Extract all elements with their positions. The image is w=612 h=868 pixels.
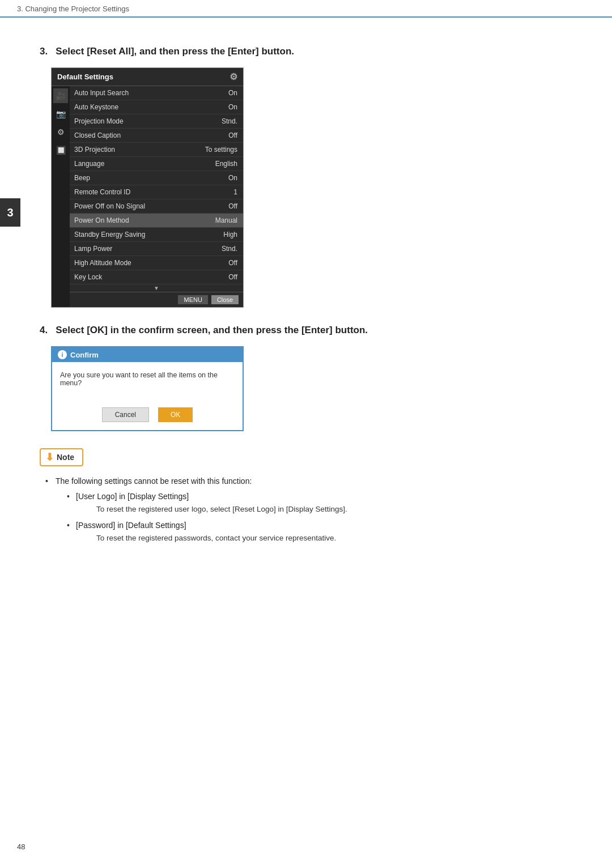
ok-button[interactable]: OK	[158, 407, 193, 422]
bullet-main-text: The following settings cannot be reset w…	[56, 476, 252, 486]
bullet-section: The following settings cannot be reset w…	[45, 475, 578, 544]
confirm-title-bar: i Confirm	[52, 347, 243, 362]
menu-icon-1: 🎥	[53, 88, 68, 103]
step3-heading: 3. Select [Reset All], and then press th…	[40, 46, 578, 57]
table-row: Beep On	[70, 171, 243, 185]
menu-icon-4: 🔲	[53, 143, 68, 158]
confirm-buttons: Cancel OK	[52, 407, 243, 430]
note-icon: ⬇	[45, 451, 54, 463]
table-row: Auto Input Search On	[70, 86, 243, 100]
bullet-sub-list: [User Logo] in [Display Settings] To res…	[67, 491, 578, 544]
confirm-body-text: Are you sure you want to reset all the i…	[60, 371, 218, 387]
page-number: 48	[17, 843, 25, 851]
scroll-indicator: ▼	[70, 284, 243, 292]
list-item: The following settings cannot be reset w…	[45, 475, 578, 544]
menu-inner: 🎥 📷 ⚙ 🔲 Auto Input Search On Auto Keysto…	[52, 86, 243, 307]
menu-footer: MENU Close	[70, 292, 243, 307]
confirm-dialog: i Confirm Are you sure you want to reset…	[51, 346, 244, 431]
table-row: Standby Energy Saving High	[70, 228, 243, 242]
note-text: Note	[57, 453, 74, 462]
table-row: Auto Keystone On	[70, 100, 243, 114]
table-row: Remote Control ID 1	[70, 185, 243, 199]
cancel-button[interactable]: Cancel	[102, 407, 149, 422]
table-row: High Altitude Mode Off	[70, 256, 243, 270]
table-row: Power Off on No Signal Off	[70, 199, 243, 214]
menu-title: Default Settings	[57, 73, 113, 81]
table-row: Key Lock Off	[70, 270, 243, 284]
close-button[interactable]: Close	[211, 295, 239, 304]
confirm-title: Confirm	[70, 351, 99, 359]
sub-item-2-text: [Password] in [Default Settings]	[76, 521, 186, 530]
info-icon: i	[58, 350, 67, 359]
step4-number: 4.	[40, 325, 48, 335]
sub-note-1: To reset the registered user logo, selec…	[96, 504, 578, 515]
table-row: Lamp Power Stnd.	[70, 242, 243, 256]
table-row-highlighted: Power On Method Manual	[70, 214, 243, 228]
bullet-main-list: The following settings cannot be reset w…	[45, 475, 578, 544]
menu-title-bar: Default Settings ⚙	[52, 68, 243, 86]
menu-button[interactable]: MENU	[178, 295, 207, 304]
step4-text: Select [OK] in the confirm screen, and t…	[56, 325, 368, 335]
step4-heading: 4. Select [OK] in the confirm screen, an…	[40, 325, 578, 336]
table-row: 3D Projection To settings	[70, 143, 243, 157]
sub-note-2: To reset the registered passwords, conta…	[96, 533, 578, 544]
icon-column: 🎥 📷 ⚙ 🔲	[52, 86, 70, 307]
menu-rows: Auto Input Search On Auto Keystone On Pr…	[70, 86, 243, 307]
note-label: ⬇ Note	[40, 448, 83, 466]
note-box: ⬇ Note	[40, 448, 578, 466]
table-row: Closed Caption Off	[70, 129, 243, 143]
breadcrumb: 3. Changing the Projector Settings	[0, 0, 612, 18]
step3-text: Select [Reset All], and then press the […	[56, 46, 294, 57]
default-settings-menu: Default Settings ⚙ 🎥 📷 ⚙ 🔲 Auto Input Se…	[51, 67, 244, 308]
menu-icon-2: 📷	[53, 107, 68, 121]
step3-number: 3.	[40, 46, 48, 57]
sub-item-1-text: [User Logo] in [Display Settings]	[76, 492, 189, 501]
confirm-body: Are you sure you want to reset all the i…	[52, 362, 243, 407]
gear-icon: ⚙	[230, 71, 237, 82]
table-row: Language English	[70, 157, 243, 171]
table-row: Projection Mode Stnd.	[70, 114, 243, 129]
chapter-tab: 3	[0, 198, 20, 227]
menu-icon-3: ⚙	[53, 125, 68, 139]
list-item: [Password] in [Default Settings] To rese…	[67, 520, 578, 544]
list-item: [User Logo] in [Display Settings] To res…	[67, 491, 578, 515]
